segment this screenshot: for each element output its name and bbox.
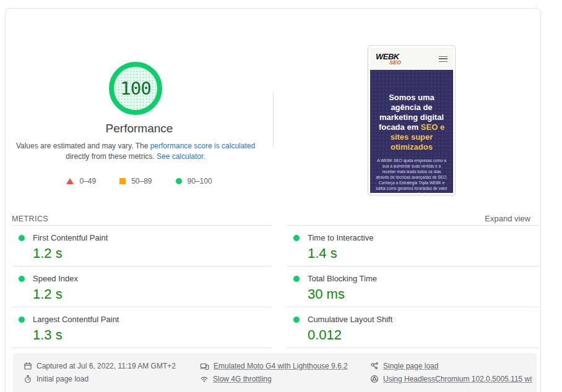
metric-label-row: Time to Interactive (287, 233, 538, 242)
metrics-column-right: Time to Interactive 1.4 s Total Blocking… (287, 225, 538, 348)
metric-speed-index: Speed Index 1.2 s (12, 266, 272, 307)
performance-score-gauge[interactable]: 100 (109, 62, 162, 115)
metric-first-contentful-paint: First Contentful Paint 1.2 s (12, 226, 272, 266)
page-screenshot-thumbnail: WEBK SEO Somos uma agência de marketing … (368, 45, 456, 195)
performance-score-value: 100 (120, 78, 150, 99)
section-divider (273, 93, 274, 147)
pass-range-label: 90–100 (188, 177, 212, 185)
footer-column-1: Captured at Jul 6, 2022, 11:19 AM GMT+2 … (24, 360, 176, 386)
thumbnail-site-header: WEBK SEO (370, 48, 453, 70)
lighthouse-report-card: 100 Performance Values are estimated and… (5, 8, 541, 392)
metric-label-row: Cumulative Layout Shift (287, 315, 538, 324)
metric-label-row: Total Blocking Time (287, 274, 538, 283)
performance-category-title: Performance (6, 122, 273, 135)
stopwatch-icon (24, 375, 32, 383)
legend-pass: 90–100 (176, 177, 212, 185)
description-text-1: Values are estimated and may vary. The (16, 142, 150, 150)
metric-time-to-interactive: Time to Interactive 1.4 s (287, 226, 538, 266)
legend-average: 50–89 (119, 177, 152, 185)
calendar-icon (24, 362, 32, 370)
emulated-device-item[interactable]: Emulated Moto G4 with Lighthouse 9.6.2 (200, 360, 348, 372)
thumbnail-hero-section: Somos uma agência de marketing digital f… (370, 70, 453, 193)
pass-dot-icon (293, 276, 300, 282)
pass-dot-icon (19, 276, 25, 282)
legend-fail: 0–49 (66, 177, 96, 185)
pass-dot-icon (293, 235, 300, 241)
throttling-item[interactable]: Slow 4G throttling (200, 373, 348, 385)
metric-label-row: Speed Index (12, 274, 272, 283)
footer-column-3: Single page load Using HeadlessChromium … (370, 360, 532, 386)
runtime-settings-footer: Captured at Jul 6, 2022, 11:19 AM GMT+2 … (13, 353, 537, 392)
fail-triangle-icon (66, 178, 74, 184)
metric-total-blocking-time: Total Blocking Time 30 ms (287, 266, 538, 307)
metric-label-row: Largest Contentful Paint (12, 315, 272, 324)
metric-label: Time to Interactive (308, 233, 373, 242)
metric-value: 1.4 s (308, 245, 538, 262)
initial-page-load-item: Initial page load (24, 373, 176, 385)
metric-label: First Contentful Paint (33, 233, 108, 242)
metric-largest-contentful-paint: Largest Contentful Paint 1.3 s (12, 307, 272, 348)
see-calculator-link[interactable]: See calculator. (157, 152, 205, 161)
metric-value: 30 ms (308, 286, 538, 302)
thumbnail-body-text: A WEBK SEO ajuda empresas como a sua a a… (376, 158, 447, 193)
metric-label: Speed Index (33, 274, 78, 283)
user-flow-icon (370, 362, 379, 370)
browser-version-item[interactable]: Using HeadlessChromium 102.0.5005.115 wi… (370, 373, 532, 385)
page-load-mode-text: Single page load (383, 362, 438, 370)
metric-value: 1.3 s (33, 327, 272, 343)
metric-cumulative-layout-shift: Cumulative Layout Shift 0.012 (287, 307, 538, 348)
capture-time-item: Captured at Jul 6, 2022, 11:19 AM GMT+2 (24, 360, 176, 372)
network-throttling-icon (200, 375, 209, 383)
fail-range-label: 0–49 (79, 177, 96, 185)
average-square-icon (119, 178, 126, 184)
average-range-label: 50–89 (131, 177, 152, 185)
logo-seo-text: SEO (389, 60, 401, 66)
metric-label: Total Blocking Time (308, 274, 377, 283)
metrics-column-left: First Contentful Paint 1.2 s Speed Index… (12, 225, 272, 348)
description-text-2: directly from these metrics. (66, 152, 157, 161)
score-calculation-link[interactable]: performance score is calculated (150, 142, 255, 150)
metric-label: Cumulative Layout Shift (308, 315, 392, 324)
metric-value: 0.012 (308, 327, 538, 343)
chromium-icon (370, 375, 379, 383)
throttling-text: Slow 4G throttling (213, 375, 272, 383)
pass-dot-icon (19, 235, 25, 241)
metric-label: Largest Contentful Paint (33, 315, 119, 324)
pass-circle-icon (176, 178, 182, 184)
pass-dot-icon (19, 317, 25, 323)
thumbnail-content: WEBK SEO Somos uma agência de marketing … (370, 48, 453, 193)
devices-icon (200, 362, 209, 370)
expand-view-button[interactable]: Expand view (485, 214, 530, 223)
capture-time-text: Captured at Jul 6, 2022, 11:19 AM GMT+2 (37, 362, 176, 370)
metric-value: 1.2 s (33, 245, 272, 262)
browser-version-text: Using HeadlessChromium 102.0.5005.115 wi… (383, 375, 532, 383)
page-load-mode-item[interactable]: Single page load (370, 360, 532, 372)
webk-seo-logo: WEBK SEO (376, 53, 401, 66)
metrics-section-heading: METRICS (12, 215, 48, 223)
metric-label-row: First Contentful Paint (12, 233, 272, 242)
score-description: Values are estimated and may vary. The p… (12, 141, 259, 162)
metric-value: 1.2 s (33, 286, 272, 302)
footer-column-2: Emulated Moto G4 with Lighthouse 9.6.2 S… (200, 360, 348, 386)
thumbnail-heading: Somos uma agência de marketing digital f… (376, 93, 447, 152)
hamburger-menu-icon (439, 56, 447, 62)
score-scale-legend: 0–49 50–89 90–100 (6, 177, 273, 185)
pass-dot-icon (293, 317, 300, 323)
emulated-device-text: Emulated Moto G4 with Lighthouse 9.6.2 (214, 362, 348, 370)
initial-page-load-text: Initial page load (37, 375, 89, 383)
